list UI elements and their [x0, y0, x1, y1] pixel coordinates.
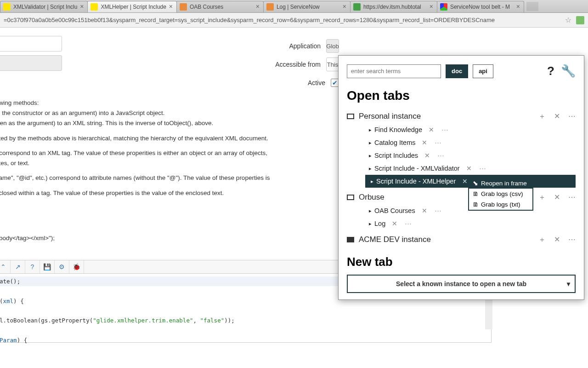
ctx-reopen-in-frame[interactable]: ⬊Reopen in frame — [469, 178, 532, 189]
close-icon[interactable]: × — [79, 4, 85, 10]
close-icon[interactable]: ✕ — [422, 207, 427, 214]
group-header-orbuse[interactable]: Orbuse ＋ ✕ ⋯ — [347, 190, 576, 204]
more-icon[interactable]: ⋯ — [479, 165, 487, 172]
favicon — [3, 3, 11, 11]
new-tab-heading: New tab — [347, 255, 576, 269]
application-label: Application — [289, 42, 321, 50]
search-input[interactable] — [347, 64, 441, 78]
address-bar: =0c370f970a0a0b5e00c99c151beb0f13&syspar… — [0, 13, 588, 28]
close-icon[interactable]: ✕ — [422, 139, 427, 146]
group-name: Orbuse — [359, 193, 384, 202]
instance-group: ACME DEV instance ＋ ✕ ⋯ — [347, 233, 576, 247]
group-name: Personal instance — [359, 112, 421, 121]
form-right-column: Application Glob Accessible from This Ac… — [247, 37, 339, 92]
more-icon[interactable]: ⋯ — [568, 235, 576, 245]
favicon — [180, 3, 187, 11]
browser-tab[interactable]: Log | ServiceNow × — [263, 1, 351, 12]
tab-label: XMLHelper | Script Include — [101, 4, 166, 10]
close-group-icon[interactable]: ✕ — [554, 193, 560, 202]
more-icon[interactable]: ⋯ — [437, 152, 445, 159]
ctx-grab-logs-txt[interactable]: 🗎Grab logs (txt) — [469, 199, 532, 210]
popout-icon[interactable]: ↗ — [11, 260, 25, 273]
accessible-from-label: Accessible from — [275, 61, 321, 68]
tab-label: https://dev.itsm.hubtotal — [363, 4, 427, 10]
group-name: ACME DEV instance — [359, 235, 431, 244]
more-icon[interactable]: ⋯ — [568, 193, 576, 202]
favicon — [90, 3, 98, 11]
tab-item[interactable]: ▸Catalog Items✕⋯ — [347, 136, 576, 149]
instance-group: Personal instance ＋ ✕ ⋯ ▸Find Knowledge✕… — [347, 109, 576, 188]
browser-tab[interactable]: ServiceNow tool belt - M × — [437, 1, 524, 12]
close-icon[interactable]: × — [255, 4, 260, 10]
active-label: Active — [308, 79, 325, 86]
tab-label: ServiceNow tool belt - M — [450, 4, 514, 10]
api-button[interactable]: api — [473, 64, 493, 78]
group-header-personal[interactable]: Personal instance ＋ ✕ ⋯ — [347, 109, 576, 123]
close-icon[interactable]: × — [515, 4, 521, 10]
close-icon[interactable]: × — [342, 4, 347, 10]
syntax-check-icon[interactable]: ⚙ — [55, 260, 69, 273]
save-icon[interactable]: 💾 — [40, 260, 55, 273]
doc-button[interactable]: doc — [446, 64, 468, 78]
help-icon[interactable]: ? — [547, 64, 554, 78]
open-tabs-heading: Open tabs — [347, 88, 576, 103]
group-header-acme[interactable]: ACME DEV instance ＋ ✕ ⋯ — [347, 233, 576, 247]
add-tab-icon[interactable]: ＋ — [538, 112, 546, 121]
tab-item[interactable]: ▸Script Include - XMLValidator✕⋯ — [347, 162, 576, 175]
tab-item[interactable]: ▸Script Includes✕⋯ — [347, 149, 576, 162]
more-icon[interactable]: ⋯ — [441, 126, 449, 133]
more-icon[interactable]: ⋯ — [405, 220, 413, 227]
collapse-icon[interactable]: ⌃ — [0, 260, 11, 273]
close-icon[interactable]: ✕ — [462, 178, 468, 185]
help-icon[interactable]: ? — [25, 260, 40, 273]
browser-tab-active[interactable]: XMLHelper | Script Include × — [87, 1, 177, 12]
close-group-icon[interactable]: ✕ — [554, 112, 560, 121]
favicon — [440, 3, 447, 11]
add-tab-icon[interactable]: ＋ — [538, 235, 546, 245]
tab-item[interactable]: ▸OAB Courses✕⋯ — [347, 204, 576, 217]
accessible-from-select[interactable]: This — [326, 58, 339, 71]
close-icon[interactable]: ✕ — [466, 165, 472, 172]
close-icon[interactable]: × — [168, 4, 174, 10]
settings-wrench-icon[interactable]: 🔧 — [561, 64, 576, 78]
select-placeholder: Select a known instance to open a new ta… — [396, 280, 526, 288]
close-group-icon[interactable]: ✕ — [554, 235, 560, 245]
favicon — [353, 3, 361, 11]
browser-tab[interactable]: OAB Courses × — [176, 1, 264, 12]
book-icon — [347, 114, 354, 119]
tab-item[interactable]: ▸Find Knowledge✕⋯ — [347, 123, 576, 136]
application-select[interactable]: Glob — [326, 39, 339, 53]
close-icon[interactable]: ✕ — [424, 152, 430, 159]
instance-select[interactable]: Select a known instance to open a new ta… — [347, 275, 576, 293]
more-icon[interactable]: ⋯ — [435, 207, 442, 214]
url-text[interactable]: =0c370f970a0a0b5e00c99c151beb0f13&syspar… — [4, 17, 565, 23]
tab-item[interactable]: ▸Log✕⋯ — [347, 217, 576, 230]
add-tab-icon[interactable]: ＋ — [538, 193, 546, 202]
close-icon[interactable]: ✕ — [392, 220, 397, 227]
debug-icon[interactable]: 🐞 — [69, 260, 84, 273]
more-icon[interactable]: ⋯ — [435, 139, 442, 146]
extension-icon[interactable] — [576, 16, 584, 24]
close-icon[interactable]: ✕ — [429, 126, 434, 133]
new-tab-button[interactable] — [526, 2, 538, 11]
name-input[interactable] — [0, 36, 62, 52]
tab-label: OAB Courses — [190, 4, 253, 10]
bookmark-star-icon[interactable]: ☆ — [565, 16, 571, 24]
tab-label: XMLValidator | Script Inclu — [13, 4, 77, 10]
browser-tab[interactable]: https://dev.itsm.hubtotal × — [350, 1, 437, 12]
browser-tab-strip: XMLValidator | Script Inclu × XMLHelper … — [0, 0, 588, 13]
api-name-input[interactable] — [0, 55, 62, 71]
more-icon[interactable]: ⋯ — [568, 112, 576, 121]
instance-group: Orbuse ＋ ✕ ⋯ ▸OAB Courses✕⋯ ▸Log✕⋯ — [347, 190, 576, 230]
description-text: owing methods: in the constructor or as … — [0, 99, 331, 244]
book-icon — [347, 195, 354, 200]
browser-tab[interactable]: XMLValidator | Script Inclu × — [0, 1, 88, 12]
book-icon — [347, 237, 354, 242]
form-left-inputs — [0, 36, 62, 75]
favicon — [266, 3, 274, 11]
ctx-grab-logs-csv[interactable]: 🗎Grab logs (csv) — [469, 189, 532, 199]
toolbelt-popup: doc api ? 🔧 Open tabs Personal instance … — [338, 55, 584, 300]
tab-label: Log | ServiceNow — [277, 4, 340, 10]
close-icon[interactable]: × — [429, 4, 434, 10]
context-menu: ⬊Reopen in frame 🗎Grab logs (csv) 🗎Grab … — [468, 177, 533, 211]
